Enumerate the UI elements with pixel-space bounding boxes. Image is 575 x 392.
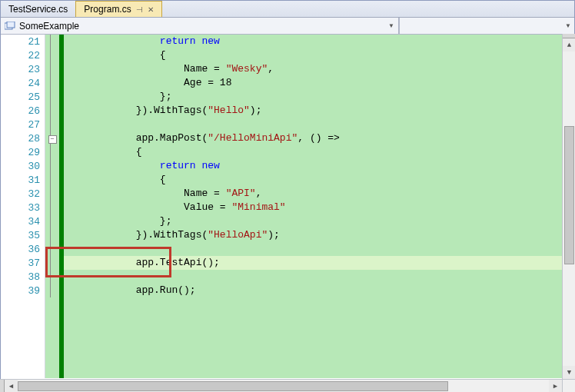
svg-rect-1 xyxy=(7,22,15,28)
code-line[interactable]: Age = 18 xyxy=(64,76,574,90)
code-line[interactable] xyxy=(64,242,574,256)
code-line[interactable] xyxy=(64,118,574,131)
line-number: 39 xyxy=(1,284,40,297)
tab-bar: TestService.cs Program.cs ⊣ ✕ xyxy=(1,1,574,18)
breadcrumb-bar: SomeExample ▼ ▼ xyxy=(1,18,574,35)
line-number: 22 xyxy=(1,48,40,62)
chevron-down-icon: ▼ xyxy=(565,22,571,29)
line-number: 27 xyxy=(1,118,40,131)
pin-icon[interactable]: ⊣ xyxy=(136,5,143,14)
horizontal-scroll-thumb[interactable] xyxy=(18,381,448,391)
tab-testservice[interactable]: TestService.cs xyxy=(1,1,75,17)
code-line[interactable]: { xyxy=(64,173,574,187)
code-line[interactable]: }).WithTags("Hello"); xyxy=(64,104,574,118)
close-icon[interactable]: ✕ xyxy=(148,5,154,14)
scroll-left-button[interactable]: ◀ xyxy=(5,380,18,392)
code-line[interactable]: { xyxy=(64,145,574,159)
tab-label: TestService.cs xyxy=(8,4,68,15)
line-number: 24 xyxy=(1,76,40,90)
code-line[interactable]: Name = "API", xyxy=(64,187,574,201)
code-line[interactable]: return new xyxy=(64,159,574,173)
line-number: 28 xyxy=(1,131,40,145)
code-editor[interactable]: 21222324252627282930313233343536373839 −… xyxy=(1,35,574,378)
code-line[interactable]: }; xyxy=(64,90,574,104)
line-number: 37 xyxy=(1,256,40,270)
line-number-gutter: 21222324252627282930313233343536373839 xyxy=(1,35,45,378)
horizontal-scrollbar[interactable]: ◀ ▶ xyxy=(0,379,562,392)
breadcrumb-member-dropdown[interactable]: ▼ xyxy=(399,18,574,34)
code-content[interactable]: return new { Name = "Wesky", Age = 18 };… xyxy=(64,35,574,297)
scroll-right-button[interactable]: ▶ xyxy=(549,380,562,392)
scroll-down-button[interactable]: ▼ xyxy=(563,366,575,379)
code-line[interactable]: }).WithTags("HelloApi"); xyxy=(64,228,574,242)
fold-column: − xyxy=(45,35,59,378)
line-number: 31 xyxy=(1,173,40,187)
line-number: 36 xyxy=(1,242,40,256)
code-line[interactable]: { xyxy=(64,48,574,62)
scroll-corner xyxy=(562,379,575,392)
line-number: 33 xyxy=(1,201,40,214)
line-number: 38 xyxy=(1,270,40,284)
line-number: 35 xyxy=(1,228,40,242)
fold-toggle[interactable]: − xyxy=(48,135,57,144)
line-number: 30 xyxy=(1,159,40,173)
code-line[interactable]: }; xyxy=(64,214,574,228)
line-number: 21 xyxy=(1,35,40,48)
namespace-icon xyxy=(5,22,15,31)
code-line[interactable]: app.Run(); xyxy=(64,284,574,297)
code-line[interactable]: Name = "Wesky", xyxy=(64,62,574,76)
tab-program[interactable]: Program.cs ⊣ ✕ xyxy=(75,1,161,17)
code-line[interactable]: Value = "Minimal" xyxy=(64,201,574,214)
code-line[interactable]: app.MapPost("/HelloMiniApi", () => xyxy=(64,131,574,145)
code-line[interactable]: app.TestApi(); xyxy=(64,256,574,270)
line-number: 34 xyxy=(1,214,40,228)
line-number: 26 xyxy=(1,104,40,118)
breadcrumb-namespace-dropdown[interactable]: SomeExample ▼ xyxy=(1,18,399,34)
code-line[interactable] xyxy=(64,270,574,284)
line-number: 29 xyxy=(1,145,40,159)
line-number: 23 xyxy=(1,62,40,76)
code-line[interactable]: return new xyxy=(64,35,574,48)
line-number: 25 xyxy=(1,90,40,104)
chevron-down-icon: ▼ xyxy=(388,22,394,29)
tab-label: Program.cs xyxy=(84,4,131,15)
breadcrumb-namespace-label: SomeExample xyxy=(19,21,79,32)
line-number: 32 xyxy=(1,187,40,201)
